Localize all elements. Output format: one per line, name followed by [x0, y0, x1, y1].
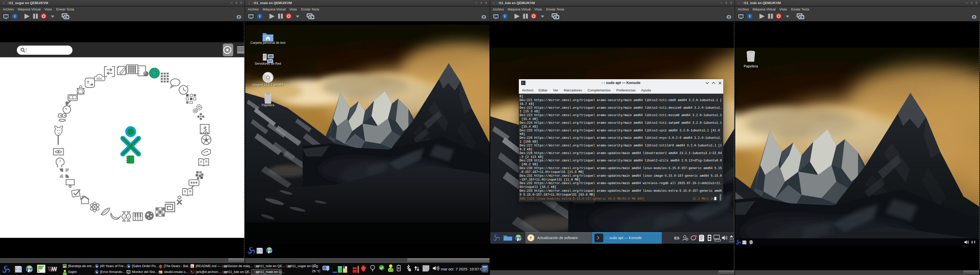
svg-text:ES: ES [674, 236, 679, 240]
svg-text:[ark@d-archon:…: [ark@d-archon:… [196, 270, 222, 274]
svg-text:[Bandeja de ent…: [Bandeja de ent… [68, 264, 95, 268]
svg-text:Papelera: Papelera [744, 64, 758, 68]
svg-text:?: ? [59, 160, 61, 163]
svg-text:abc: abc [97, 76, 103, 81]
svg-text:b: b [189, 189, 191, 193]
svg-text:- : sudo apt — Konsole: - : sudo apt — Konsole [605, 236, 642, 240]
svg-text:i: i [259, 14, 260, 18]
svg-text:1: 1 [123, 215, 125, 218]
svg-text:[Error firmando…: [Error firmando… [100, 270, 126, 274]
svg-text:i: i [504, 14, 505, 18]
svg-text:[40 Years of Fre…: [40 Years of Fre… [100, 264, 127, 268]
svg-text:26 °C: 26 °C [312, 269, 321, 273]
svg-text:Monitor del Sist…: Monitor del Sist… [132, 270, 158, 274]
svg-text:Actualización de software: Actualización de software [537, 236, 578, 240]
svg-text:T: T [87, 80, 89, 85]
svg-text:Servidores de Red: Servidores de Red [255, 62, 281, 65]
svg-text:[README.md —…: [README.md —… [196, 264, 224, 268]
svg-text:10:0: 10:0 [729, 238, 734, 240]
svg-text:sbuild-create.s…: sbuild-create.s… [164, 270, 189, 274]
svg-text:Gajim: Gajim [68, 270, 77, 274]
svg-text:t11_lxde en QE…: t11_lxde en QE… [259, 264, 286, 268]
svg-text:t11_sugar en Q…: t11_sugar en Q… [291, 264, 318, 268]
svg-text:07/10/: 07/10/ [729, 240, 735, 242]
svg-text:b: b [205, 160, 207, 163]
svg-text:i: i [749, 14, 750, 18]
svg-text:Gestor de máq…: Gestor de máq… [228, 264, 253, 268]
svg-text:a: a [184, 189, 186, 193]
svg-text:Papelera: Papelera [262, 103, 274, 107]
svg-text:i: i [14, 14, 15, 18]
svg-text:mar oct 7 2025 10:07:02: mar oct 7 2025 10:07:02 [441, 267, 484, 271]
svg-text:t11_kde en QE…: t11_kde en QE… [228, 270, 253, 274]
svg-text:[Sales Order Po…: [Sales Order Po… [132, 264, 159, 268]
svg-text:trisquel 11.0.1 amd64: trisquel 11.0.1 amd64 [253, 83, 283, 87]
svg-text:Carpeta personal de test: Carpeta personal de test [251, 41, 286, 44]
svg-text:R: R [191, 265, 193, 268]
svg-text:t11_mate en Q…: t11_mate en Q… [259, 270, 285, 274]
svg-text:a: a [200, 160, 202, 163]
svg-text:2: 2 [128, 215, 129, 218]
svg-text:[The Dears - Bal…: [The Dears - Bal… [164, 264, 191, 268]
